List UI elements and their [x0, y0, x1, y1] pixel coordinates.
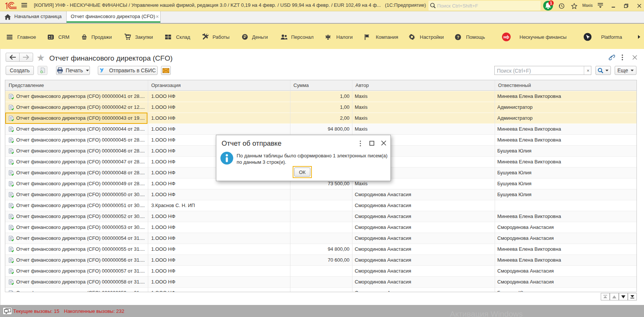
svg-text:1: 1 [550, 1, 552, 5]
svg-text:нф: нф [503, 35, 509, 39]
svg-text:?: ? [457, 35, 459, 39]
